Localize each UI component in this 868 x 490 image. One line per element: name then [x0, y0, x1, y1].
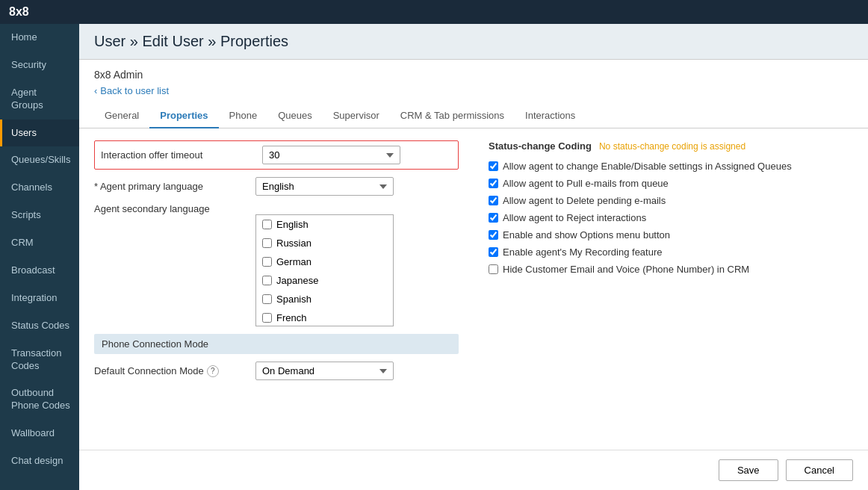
language-checkbox-spanish[interactable]	[262, 294, 272, 304]
tab-content: Interaction offer timeout 30 * Agent pri…	[79, 128, 868, 450]
phone-connection-section-header: Phone Connection Mode	[94, 334, 459, 354]
left-panel: Interaction offer timeout 30 * Agent pri…	[94, 140, 459, 438]
sidebar: HomeSecurityAgent GroupsUsersQueues/Skil…	[0, 24, 79, 490]
checkbox-cb1[interactable]	[489, 161, 498, 171]
checkbox-row-cb4: Allow agent to Reject interactions	[489, 212, 853, 223]
language-checkbox-german[interactable]	[262, 257, 272, 267]
tab-crm-tab[interactable]: CRM & Tab permissions	[390, 104, 515, 128]
language-option-german[interactable]: German	[256, 252, 393, 271]
checkbox-cb7[interactable]	[489, 264, 498, 274]
sidebar-item-scripts[interactable]: Scripts	[0, 202, 79, 229]
interaction-timeout-row: Interaction offer timeout 30	[94, 140, 459, 170]
checkbox-cb2[interactable]	[489, 179, 498, 188]
language-checkbox-english[interactable]	[262, 220, 272, 229]
language-option-english[interactable]: English	[256, 215, 393, 234]
sidebar-item-queues-skills[interactable]: Queues/Skills	[0, 146, 79, 174]
tab-queues[interactable]: Queues	[267, 104, 323, 128]
tab-interactions[interactable]: Interactions	[515, 104, 586, 128]
interaction-timeout-label: Interaction offer timeout	[101, 149, 250, 161]
primary-language-label: * Agent primary language	[94, 181, 244, 192]
sidebar-item-channels[interactable]: Channels	[0, 174, 79, 202]
language-option-russian[interactable]: Russian	[256, 234, 393, 252]
language-checkbox-russian[interactable]	[262, 238, 272, 248]
language-dropdown-list[interactable]: EnglishRussianGermanJapaneseSpanishFrenc…	[255, 214, 394, 326]
checkbox-row-cb6: Enable agent's My Recording feature	[489, 246, 853, 258]
tab-phone[interactable]: Phone	[219, 104, 268, 128]
status-coding-label: Status-change Coding	[489, 140, 592, 152]
interaction-timeout-select[interactable]: 30	[262, 146, 400, 164]
secondary-language-label: Agent secondary language	[94, 203, 244, 214]
language-label-french: French	[276, 312, 306, 323]
default-connection-row: Default Connection Mode ? On Demand	[94, 362, 459, 380]
sidebar-item-security[interactable]: Security	[0, 52, 79, 79]
checkbox-row-cb7: Hide Customer Email and Voice (Phone Num…	[489, 264, 853, 275]
page-title: User » Edit User » Properties	[94, 33, 853, 50]
checkbox-label-cb5: Enable and show Options menu button	[503, 229, 670, 241]
language-checkbox-french[interactable]	[262, 313, 272, 323]
secondary-language-row: Agent secondary language	[94, 203, 459, 214]
language-label-japanese: Japanese	[276, 275, 318, 286]
sidebar-item-users[interactable]: Users	[0, 120, 79, 147]
checkbox-row-cb2: Allow agent to Pull e-mails from queue	[489, 178, 853, 189]
save-button[interactable]: Save	[719, 459, 778, 481]
checkbox-row-cb5: Enable and show Options menu button	[489, 229, 853, 241]
tab-general[interactable]: General	[94, 104, 149, 128]
checkbox-cb4[interactable]	[489, 213, 498, 223]
language-option-spanish[interactable]: Spanish	[256, 290, 393, 308]
checkbox-row-cb3: Allow agent to Delete pending e-mails	[489, 195, 853, 206]
checkbox-cb5[interactable]	[489, 230, 498, 240]
checkbox-cb6[interactable]	[489, 247, 498, 257]
no-coding-text: No status-change coding is assigned	[599, 141, 745, 152]
page-header: User » Edit User » Properties	[79, 24, 868, 60]
checkbox-cb3[interactable]	[489, 196, 498, 205]
status-coding-row: Status-change Coding No status-change co…	[489, 140, 853, 152]
back-to-user-list-link[interactable]: ‹ Back to user list	[94, 85, 853, 96]
language-label-english: English	[276, 219, 309, 230]
language-checkbox-japanese[interactable]	[262, 276, 272, 285]
primary-language-row: * Agent primary language English	[94, 177, 459, 196]
tabs-bar: GeneralPropertiesPhoneQueuesSupervisorCR…	[79, 104, 868, 128]
back-link-text: Back to user list	[100, 85, 169, 96]
checkboxes-container: Allow agent to change Enable/Disable set…	[489, 161, 853, 275]
language-option-french[interactable]: French	[256, 308, 393, 326]
language-label-german: German	[276, 256, 311, 267]
tab-supervisor[interactable]: Supervisor	[323, 104, 390, 128]
right-panel: Status-change Coding No status-change co…	[489, 140, 853, 438]
checkbox-label-cb1: Allow agent to change Enable/Disable set…	[503, 161, 792, 172]
language-label-russian: Russian	[276, 238, 311, 249]
language-option-japanese[interactable]: Japanese	[256, 271, 393, 290]
sidebar-item-status-codes[interactable]: Status Codes	[0, 312, 79, 340]
sidebar-item-chat-design[interactable]: Chat design	[0, 447, 79, 475]
checkbox-label-cb7: Hide Customer Email and Voice (Phone Num…	[503, 264, 749, 275]
default-connection-select[interactable]: On Demand	[255, 362, 394, 380]
help-icon[interactable]: ?	[207, 365, 219, 377]
checkbox-label-cb6: Enable agent's My Recording feature	[503, 246, 663, 258]
primary-language-select[interactable]: English	[255, 177, 394, 196]
user-name: 8x8 Admin	[94, 69, 853, 81]
language-label-spanish: Spanish	[276, 294, 311, 305]
sidebar-item-transaction-codes[interactable]: Transaction Codes	[0, 340, 79, 380]
checkbox-label-cb2: Allow agent to Pull e-mails from queue	[503, 178, 669, 189]
back-arrow-icon: ‹	[94, 85, 97, 96]
main-content: User » Edit User » Properties 8x8 Admin …	[79, 24, 868, 490]
sidebar-item-wallboard[interactable]: Wallboard	[0, 420, 79, 447]
sidebar-item-crm[interactable]: CRM	[0, 229, 79, 257]
sidebar-item-agent-groups[interactable]: Agent Groups	[0, 79, 79, 120]
checkbox-label-cb3: Allow agent to Delete pending e-mails	[503, 195, 666, 206]
sidebar-item-outbound-phone-codes[interactable]: Outbound Phone Codes	[0, 379, 79, 420]
user-section: 8x8 Admin ‹ Back to user list	[79, 60, 868, 104]
bottom-bar: Save Cancel	[79, 450, 868, 490]
cancel-button[interactable]: Cancel	[786, 459, 853, 481]
sidebar-item-broadcast[interactable]: Broadcast	[0, 257, 79, 285]
sidebar-item-home[interactable]: Home	[0, 24, 79, 52]
checkbox-row-cb1: Allow agent to change Enable/Disable set…	[489, 161, 853, 172]
default-connection-label: Default Connection Mode ?	[94, 365, 244, 377]
sidebar-item-integration[interactable]: Integration	[0, 285, 79, 312]
app-logo: 8x8	[9, 5, 29, 19]
tab-properties[interactable]: Properties	[149, 104, 218, 128]
checkbox-label-cb4: Allow agent to Reject interactions	[503, 212, 646, 223]
